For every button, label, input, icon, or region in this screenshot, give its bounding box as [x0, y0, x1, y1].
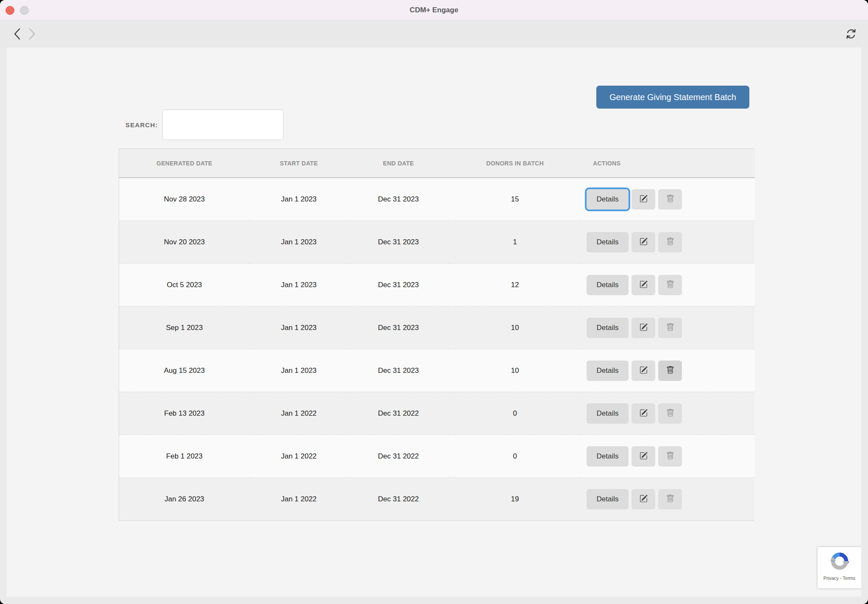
generate-giving-statement-batch-button[interactable]: Generate Giving Statement Batch: [596, 86, 749, 109]
start-date-cell: Jan 1 2022: [250, 435, 348, 478]
actions-cell: Details: [581, 178, 755, 221]
trash-icon: [666, 280, 674, 290]
recaptcha-privacy-terms[interactable]: Privacy - Terms: [823, 576, 856, 581]
details-button[interactable]: Details: [587, 318, 629, 338]
table-row: Sep 1 2023 Jan 1 2023 Dec 31 2023 10 Det…: [119, 306, 755, 349]
trash-icon: [666, 366, 674, 375]
generated-date-cell: Jan 26 2023: [119, 478, 250, 520]
delete-button[interactable]: [658, 275, 682, 295]
generated-date-cell: Sep 1 2023: [119, 306, 250, 349]
generated-date-cell: Nov 28 2023: [119, 178, 250, 221]
main-content: Generate Giving Statement Batch SEARCH: …: [7, 48, 861, 596]
delete-button[interactable]: [658, 361, 682, 381]
edit-button[interactable]: [632, 318, 655, 338]
table-body: Nov 28 2023 Jan 1 2023 Dec 31 2023 15 De…: [119, 178, 755, 520]
donors-in-batch-cell: 1: [449, 221, 581, 263]
end-date-cell: Dec 31 2023: [348, 349, 449, 392]
start-date-cell: Jan 1 2022: [250, 478, 348, 520]
giving-statement-batches-table: Generated Date Start Date End Date Donor…: [119, 148, 754, 521]
forward-button[interactable]: [26, 28, 37, 40]
details-button[interactable]: Details: [587, 189, 629, 210]
trash-icon: [666, 452, 674, 461]
column-header-start-date: Start Date: [250, 149, 348, 178]
app-window: CDM+ Engage: [0, 0, 868, 604]
edit-pencil-icon: [640, 452, 648, 461]
details-button[interactable]: Details: [587, 232, 629, 252]
table-row: Nov 20 2023 Jan 1 2023 Dec 31 2023 1 Det…: [119, 221, 755, 263]
titlebar: CDM+ Engage: [0, 0, 868, 20]
table-row: Feb 13 2023 Jan 1 2022 Dec 31 2022 0 Det…: [119, 392, 755, 435]
search-area: SEARCH:: [125, 109, 284, 140]
refresh-button[interactable]: [844, 27, 858, 41]
details-button[interactable]: Details: [587, 489, 629, 509]
actions-cell: Details: [581, 349, 755, 392]
search-input[interactable]: [162, 109, 284, 140]
edit-button[interactable]: [632, 361, 655, 381]
donors-in-batch-cell: 10: [449, 349, 581, 392]
actions-cell: Details: [581, 435, 755, 478]
trash-icon: [666, 323, 674, 333]
details-button[interactable]: Details: [587, 446, 629, 467]
edit-pencil-icon: [640, 280, 648, 290]
end-date-cell: Dec 31 2022: [348, 435, 449, 478]
recaptcha-logo-icon: [829, 551, 850, 573]
actions-cell: Details: [581, 392, 755, 435]
donors-in-batch-cell: 19: [449, 478, 581, 520]
details-button[interactable]: Details: [587, 275, 629, 295]
generated-date-cell: Feb 1 2023: [119, 435, 250, 478]
edit-button[interactable]: [632, 446, 655, 467]
column-header-donors-in-batch: Donors in Batch: [449, 149, 581, 178]
chevron-right-icon: [27, 35, 36, 42]
delete-button[interactable]: [658, 446, 682, 467]
edit-button[interactable]: [632, 275, 655, 295]
end-date-cell: Dec 31 2023: [348, 221, 449, 263]
table-row: Nov 28 2023 Jan 1 2023 Dec 31 2023 15 De…: [119, 178, 755, 221]
trash-icon: [666, 195, 674, 204]
donors-in-batch-cell: 0: [449, 435, 581, 478]
actions-cell: Details: [581, 263, 755, 306]
start-date-cell: Jan 1 2022: [250, 392, 348, 435]
table-row: Jan 26 2023 Jan 1 2022 Dec 31 2022 19 De…: [119, 478, 755, 520]
table-row: Aug 15 2023 Jan 1 2023 Dec 31 2023 10 De…: [119, 349, 755, 392]
edit-pencil-icon: [640, 195, 648, 204]
delete-button[interactable]: [658, 232, 682, 252]
actions-cell: Details: [581, 478, 755, 520]
edit-button[interactable]: [632, 232, 655, 252]
generated-date-cell: Nov 20 2023: [119, 221, 250, 263]
end-date-cell: Dec 31 2023: [348, 178, 449, 221]
column-header-generated-date: Generated Date: [119, 149, 250, 178]
edit-button[interactable]: [632, 403, 655, 424]
search-label: SEARCH:: [125, 121, 158, 129]
delete-button[interactable]: [658, 403, 682, 424]
trash-icon: [666, 409, 674, 418]
chevron-left-icon: [13, 35, 22, 42]
donors-in-batch-cell: 15: [449, 178, 581, 221]
table-header: Generated Date Start Date End Date Donor…: [119, 149, 755, 178]
start-date-cell: Jan 1 2023: [250, 221, 348, 263]
table-row: Oct 5 2023 Jan 1 2023 Dec 31 2023 12 Det…: [119, 263, 755, 306]
refresh-icon: [844, 36, 858, 42]
toolbar: [0, 20, 868, 48]
generated-date-cell: Aug 15 2023: [119, 349, 250, 392]
recaptcha-badge[interactable]: Privacy - Terms: [818, 547, 861, 588]
column-header-actions: Actions: [581, 149, 755, 178]
edit-button[interactable]: [632, 189, 655, 210]
back-button[interactable]: [12, 28, 23, 40]
edit-button[interactable]: [632, 489, 655, 509]
edit-pencil-icon: [640, 366, 648, 375]
trash-icon: [666, 495, 674, 504]
details-button[interactable]: Details: [587, 361, 629, 381]
delete-button[interactable]: [658, 489, 682, 509]
details-button[interactable]: Details: [587, 403, 629, 424]
end-date-cell: Dec 31 2022: [348, 392, 449, 435]
donors-in-batch-cell: 10: [449, 306, 581, 349]
table-row: Feb 1 2023 Jan 1 2022 Dec 31 2022 0 Deta…: [119, 435, 755, 478]
delete-button[interactable]: [658, 318, 682, 338]
end-date-cell: Dec 31 2023: [348, 263, 449, 306]
donors-in-batch-cell: 12: [449, 263, 581, 306]
column-header-end-date: End Date: [348, 149, 449, 178]
delete-button[interactable]: [658, 189, 682, 210]
edit-pencil-icon: [640, 323, 648, 333]
end-date-cell: Dec 31 2023: [348, 306, 449, 349]
generated-date-cell: Oct 5 2023: [119, 263, 250, 306]
